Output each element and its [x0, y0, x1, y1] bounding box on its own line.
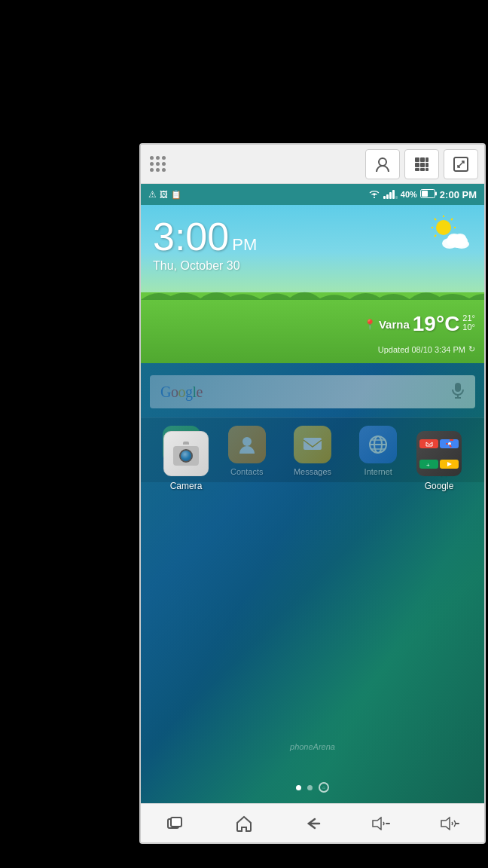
volume-up-nav-button[interactable]	[432, 810, 467, 837]
recents-icon	[167, 817, 184, 830]
battery-icon	[420, 189, 437, 200]
camera-icon-box	[163, 431, 209, 476]
svg-point-11	[374, 197, 375, 198]
page-dot-1[interactable]	[296, 785, 301, 790]
updated-text: Updated 08/10 3:34 PM	[378, 345, 465, 354]
home-dot[interactable]: ⌂	[319, 782, 329, 793]
contacts-icon	[374, 156, 391, 173]
resize-icon	[453, 156, 469, 173]
play-mini	[445, 460, 454, 469]
clock-content: 3:00 PM Thu, October 30	[153, 217, 472, 273]
svg-rect-13	[422, 191, 428, 197]
google-folder-icon[interactable]: + Google	[416, 431, 462, 491]
clock-time: 3:00	[153, 217, 229, 256]
camera-app-icon[interactable]: Camera	[163, 431, 209, 491]
camera-lens	[173, 446, 199, 466]
dots-grid	[150, 156, 166, 172]
google-folder-box: +	[416, 431, 462, 476]
svg-point-15	[436, 220, 451, 235]
watermark: phoneArena	[141, 741, 484, 752]
svg-rect-8	[420, 168, 425, 171]
maps-mini: +	[425, 460, 434, 469]
refresh-icon: ↻	[468, 344, 475, 354]
warning-icon: ⚠	[148, 189, 157, 200]
bottom-nav	[141, 803, 484, 842]
tree-silhouette	[141, 285, 484, 300]
apps-toolbar-button[interactable]	[404, 149, 439, 179]
volume-down-nav-button[interactable]	[364, 810, 398, 837]
home-screen: Google	[141, 363, 484, 803]
home-icon	[236, 815, 252, 832]
page-dot-2[interactable]	[307, 785, 313, 790]
weather-updated: Updated 08/10 3:34 PM ↻	[378, 344, 475, 354]
contacts-toolbar-button[interactable]	[365, 149, 400, 179]
weather-sun-cloud	[429, 215, 474, 249]
svg-point-0	[379, 158, 386, 166]
chrome-mini	[445, 439, 454, 448]
mic-icon[interactable]	[451, 382, 465, 402]
watermark-text: phoneArena	[290, 742, 335, 751]
clock-date: Thu, October 30	[153, 259, 472, 273]
status-bar: ⚠ 🖼 📋 40%	[141, 184, 484, 205]
resize-toolbar-button[interactable]	[444, 149, 478, 179]
svg-text:+: +	[426, 462, 430, 469]
google-folder-label: Google	[425, 481, 454, 491]
status-right-icons: 40% 2:00 PM	[368, 189, 477, 200]
wifi-signal	[368, 189, 380, 198]
temp-high: 21°	[462, 313, 475, 322]
location-pin-icon: 📍	[364, 319, 376, 330]
svg-line-17	[451, 219, 453, 220]
svg-rect-1	[415, 157, 419, 162]
google-search-bar[interactable]: Google	[150, 375, 475, 408]
temp-current: 19°C	[413, 312, 460, 336]
svg-rect-14	[435, 192, 437, 196]
microphone-icon	[451, 382, 465, 399]
camera-body	[173, 442, 199, 466]
back-nav-button[interactable]	[295, 810, 330, 837]
back-icon	[304, 815, 321, 832]
svg-line-22	[435, 235, 436, 237]
status-notifications: ⚠ 🖼 📋	[148, 189, 181, 200]
svg-point-27	[454, 234, 466, 243]
weather-section	[429, 215, 474, 253]
svg-rect-2	[420, 157, 425, 162]
svg-line-20	[435, 219, 436, 220]
app-icons-row: Camera	[141, 431, 484, 491]
page-dots: ⌂	[141, 782, 484, 793]
svg-marker-58	[441, 818, 450, 830]
svg-rect-6	[425, 163, 429, 167]
temp-low: 10°	[462, 322, 475, 332]
svg-rect-55	[171, 818, 181, 827]
image-icon: 🖼	[160, 190, 168, 199]
status-time: 2:00 PM	[440, 189, 477, 200]
svg-rect-9	[425, 168, 429, 171]
battery-percent: 40%	[401, 190, 417, 199]
google-logo: Google	[160, 384, 203, 401]
landscape-trees	[141, 285, 484, 300]
camera-label: Camera	[170, 481, 203, 491]
clock-widget: 3:00 PM Thu, October 30	[141, 205, 484, 363]
signal-bars	[383, 190, 398, 199]
volume-up-icon	[440, 817, 459, 830]
grid-icon	[413, 156, 430, 173]
svg-rect-4	[415, 163, 419, 167]
top-toolbar	[141, 145, 484, 184]
location-temp: 📍 Varna 19°C 21° 10°	[364, 312, 475, 336]
volume-down-icon	[371, 817, 391, 830]
clock-ampm: PM	[232, 235, 257, 255]
battery	[420, 189, 437, 198]
gmail-mini	[425, 439, 434, 448]
phone-container: ⚠ 🖼 📋 40%	[139, 143, 486, 844]
wifi-icon	[368, 189, 380, 200]
weather-icons	[429, 215, 474, 253]
location-name: Varna	[379, 318, 410, 331]
svg-rect-5	[420, 163, 425, 167]
clock-time-display: 3:00 PM	[153, 217, 472, 256]
svg-rect-3	[425, 157, 429, 162]
home-nav-button[interactable]	[227, 810, 261, 837]
svg-rect-28	[455, 383, 461, 392]
svg-rect-7	[415, 168, 419, 171]
svg-marker-56	[373, 818, 381, 830]
temp-minmax: 21° 10°	[462, 313, 475, 332]
recents-nav-button[interactable]	[158, 810, 193, 837]
